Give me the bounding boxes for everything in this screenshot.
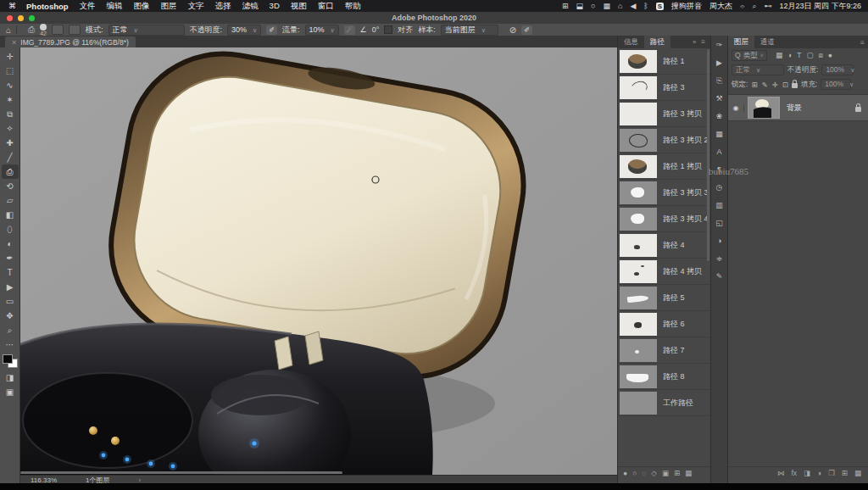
path-row[interactable]: 路径 6 [618,311,710,337]
path-row[interactable]: 路径 1 拷贝 [618,153,710,180]
path-label[interactable]: 路径 8 [663,371,685,382]
control-center-icon[interactable]: ⊷ [764,2,771,10]
path-label[interactable]: 路径 1 拷贝 [663,161,702,172]
spotlight-icon[interactable]: ⌕ [752,2,756,11]
path-thumbnail[interactable] [620,103,657,125]
app-menu-photoshop[interactable]: Photoshop [26,2,69,11]
eraser-tool[interactable]: ▱ [2,193,19,208]
layers-panel-menu-icon[interactable]: ≡ [860,38,865,47]
lasso-tool[interactable]: ∿ [2,78,19,92]
blend-mode-select[interactable]: 正常 [108,25,185,36]
path-row[interactable]: 路径 4 拷贝 [618,259,710,285]
menu-item[interactable]: 视图 [291,1,307,12]
path-row[interactable]: 工作路径 [618,390,710,416]
shape-tool[interactable]: ▭ [2,294,19,309]
path-row[interactable]: 路径 3 [618,75,710,101]
move-tool[interactable]: ✛ [2,49,19,64]
swatches-panel-icon[interactable]: ❀ [713,109,726,123]
path-selection-tool[interactable]: ▶ [2,280,19,294]
path-label[interactable]: 路径 6 [663,319,685,330]
home-screen-button[interactable]: ⌂ [6,25,11,35]
make-work-path-icon[interactable]: ◇ [651,469,657,477]
lock-position-icon[interactable]: ✛ [772,81,778,89]
sogou-input-icon[interactable]: S [656,3,664,10]
properties-panel-icon[interactable]: ≑ [713,252,726,265]
path-row[interactable]: 路径 7 [618,337,710,364]
pixel-filter-icon[interactable]: ▦ [776,51,782,60]
tool-presets-panel-icon[interactable]: ⚒ [713,92,726,105]
delete-layer-icon[interactable]: ▦ [854,469,861,477]
path-thumbnail[interactable] [620,76,657,99]
tab-layers[interactable]: 图层 [728,36,754,48]
wifi-icon[interactable]: ⌔ [740,2,744,11]
path-thumbnail[interactable] [620,313,657,336]
gradient-tool[interactable]: ◧ [2,208,19,222]
path-label[interactable]: 路径 3 [663,82,685,93]
brush-tool[interactable]: ╱ [2,150,19,164]
screen-mode-button[interactable]: ▣ [2,385,19,399]
path-label[interactable]: 路径 3 拷贝 3 [663,187,709,198]
airbrush-button[interactable]: ☄ [344,25,355,35]
bluetooth-icon[interactable]: ᛒ [643,2,648,10]
foreground-color-swatch[interactable] [3,354,13,364]
path-thumbnail[interactable] [620,129,657,152]
fill-select[interactable]: 100% [821,79,851,90]
new-group-icon[interactable]: ❐ [828,469,835,477]
path-thumbnail[interactable] [620,155,657,178]
menubar-clock[interactable]: 12月23日 周四 下午9:26 [779,1,861,12]
pen-tool[interactable]: ✒ [2,251,19,265]
tab-channels[interactable]: 通道 [754,36,781,48]
display-icon[interactable]: ⬓ [576,2,583,10]
lock-artboard-icon[interactable]: ⊡ [782,81,788,89]
path-row[interactable]: 路径 3 拷贝 4 [618,206,710,232]
adjustment-layer-icon[interactable]: ◑ [817,469,821,477]
path-thumbnail[interactable] [620,234,657,257]
layer-visibility-eye-icon[interactable]: ◉ [728,104,744,112]
magic-wand-tool[interactable]: ✶ [2,92,19,107]
size-pressure-button[interactable]: ✐ [521,25,532,35]
path-row[interactable]: 路径 8 [618,364,710,390]
layer-row-background[interactable]: ◉ 背景 [728,94,868,121]
path-thumbnail[interactable] [620,392,657,415]
lock-pixels-icon[interactable]: ✎ [762,81,768,89]
navigator-panel-icon[interactable]: ◱ [713,216,726,230]
brush-settings-panel-icon[interactable]: ✑ [713,38,726,52]
menu-item[interactable]: 编辑 [107,1,123,12]
crop-tool[interactable]: ⧉ [2,107,19,121]
hand-tool[interactable]: ✥ [2,309,19,323]
path-label[interactable]: 路径 3 拷贝 4 [663,214,709,225]
brush-angle-value[interactable]: 0° [372,25,380,34]
path-row[interactable]: 路径 3 拷贝 [618,101,710,127]
path-label[interactable]: 路径 4 拷贝 [663,266,702,277]
toggle-brush-settings-button[interactable] [52,25,64,35]
home-icon[interactable]: ⌂ [618,2,622,10]
libraries-panel-icon[interactable]: ▦ [713,127,726,141]
path-thumbnail[interactable] [620,181,657,204]
eyedropper-tool[interactable]: ✧ [2,121,19,136]
quick-mask-button[interactable]: ◨ [2,370,19,385]
lock-transparency-icon[interactable]: ⊞ [751,81,757,89]
tool-preset-icon[interactable]: ⎙ [28,25,35,35]
path-thumbnail[interactable] [620,287,657,309]
histogram-panel-icon[interactable]: ▥ [713,198,726,212]
menu-item[interactable]: 帮助 [345,1,361,12]
type-tool[interactable]: T [2,265,19,280]
fill-path-icon[interactable]: ● [623,469,627,477]
path-thumbnail[interactable] [620,365,657,388]
stroke-path-icon[interactable]: ○ [632,469,637,477]
filter-toggle[interactable]: ● [828,51,832,60]
path-row[interactable]: 路径 3 拷贝 2 [618,127,710,153]
clone-stamp-tool[interactable]: ⎙ [2,164,19,179]
aligned-checkbox[interactable] [384,25,392,34]
healing-brush-tool[interactable]: ✚ [2,136,19,150]
horizontal-scrollbar[interactable] [20,471,342,474]
opacity-pressure-button[interactable]: ✐ [266,25,277,35]
new-path-icon[interactable]: ⊞ [674,469,680,477]
path-row[interactable]: 路径 4 [618,232,710,259]
canvas-area[interactable] [20,47,617,475]
path-label[interactable]: 路径 5 [663,292,685,303]
menubar-username[interactable]: 周大杰 [709,1,732,12]
apple-menu-icon[interactable]: ⌘ [8,2,16,10]
menu-item[interactable]: 窗口 [318,1,334,12]
path-row[interactable]: 路径 1 [618,48,710,75]
